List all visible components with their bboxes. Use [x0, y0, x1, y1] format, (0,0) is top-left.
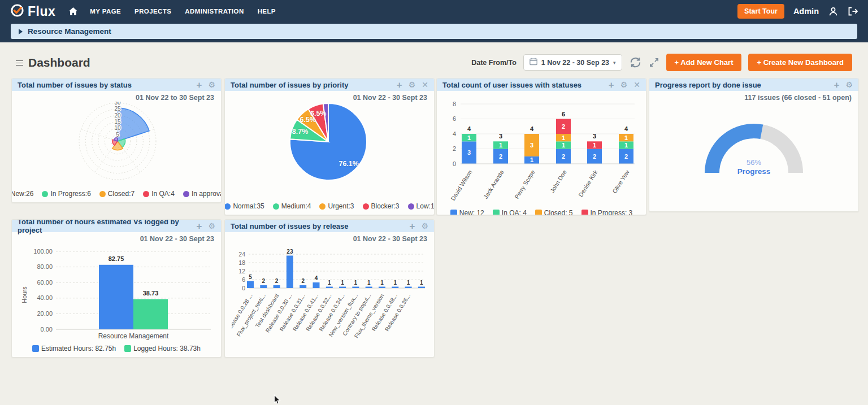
- chart-card: Total count of user issues with statuses…: [436, 78, 646, 215]
- svg-text:0.00: 0.00: [41, 326, 53, 333]
- legend-label: In Progress:6: [50, 190, 90, 198]
- legend-item[interactable]: Medium:4: [273, 202, 311, 210]
- dashboard-grid: Total number of issues by status+⚙01 Nov…: [0, 75, 868, 405]
- add-icon[interactable]: +: [197, 80, 202, 90]
- svg-text:4: 4: [624, 125, 628, 132]
- svg-text:2: 2: [262, 278, 266, 284]
- svg-text:60.00: 60.00: [37, 279, 53, 286]
- gear-icon[interactable]: ⚙: [208, 222, 215, 230]
- svg-text:1: 1: [530, 156, 533, 163]
- legend-item[interactable]: In QA: 4: [493, 209, 527, 215]
- svg-text:6: 6: [453, 115, 456, 122]
- gear-icon[interactable]: ⚙: [845, 81, 853, 89]
- add-icon[interactable]: +: [834, 80, 840, 90]
- polar-area-chart: 51015202530: [19, 102, 215, 182]
- legend-swatch: [493, 210, 500, 215]
- chart-legend: Estimated Hours: 82.75hLogged Hours: 38.…: [19, 343, 214, 355]
- legend-item[interactable]: In QA:4: [143, 190, 175, 198]
- card-body: 01 Nov 22 to 30 Sept 2351015202530New:26…: [12, 91, 221, 202]
- card-header: Total number of hours estimated Vs logge…: [12, 220, 221, 232]
- svg-text:5: 5: [249, 274, 252, 280]
- add-icon[interactable]: +: [410, 221, 415, 231]
- add-new-chart-button[interactable]: + Add New Chart: [666, 54, 742, 71]
- legend-item[interactable]: Closed:7: [99, 190, 134, 198]
- user-icon[interactable]: [828, 6, 839, 17]
- start-tour-button[interactable]: Start Tour: [737, 4, 784, 19]
- create-new-dashboard-button[interactable]: + Create New Dashboard: [748, 54, 852, 71]
- legend-item[interactable]: In Progress: 3: [581, 209, 633, 215]
- card-title: Progress report by done issue: [655, 81, 761, 89]
- svg-text:12: 12: [238, 268, 245, 275]
- chart-area: 76.1%8.7%6.5%6.5%: [232, 102, 427, 183]
- svg-text:40.00: 40.00: [37, 294, 53, 301]
- legend-item[interactable]: Logged Hours: 38.73h: [124, 345, 201, 352]
- flux-logo[interactable]: Flux: [10, 3, 55, 20]
- legend-swatch: [581, 210, 588, 215]
- card-header-icons: +⚙: [410, 221, 429, 231]
- card-body: 01 Nov 22 - 30 Sept 23061218245Release 0…: [225, 232, 434, 357]
- gear-icon[interactable]: ⚙: [409, 81, 416, 89]
- date-from-to-label: Date From/To: [471, 59, 517, 67]
- legend-item[interactable]: Normal:35: [224, 202, 264, 210]
- svg-text:1: 1: [624, 142, 628, 149]
- breadcrumb[interactable]: Resource Management: [11, 24, 857, 39]
- nav-item-my-page[interactable]: MY PAGE: [90, 8, 121, 15]
- legend-item[interactable]: Low:1: [408, 202, 435, 210]
- legend-item[interactable]: Closed: 5: [535, 209, 573, 215]
- pie-chart: 76.1%8.7%6.5%6.5%: [232, 102, 428, 183]
- svg-text:1: 1: [394, 280, 397, 286]
- legend-swatch: [42, 191, 48, 197]
- admin-label[interactable]: Admin: [793, 7, 819, 16]
- close-icon[interactable]: ✕: [633, 81, 640, 89]
- gear-icon[interactable]: ⚙: [620, 81, 628, 89]
- legend-label: New:26: [11, 190, 33, 198]
- fullscreen-icon[interactable]: [649, 57, 659, 68]
- svg-text:Resource Management: Resource Management: [98, 332, 169, 340]
- svg-text:1: 1: [562, 134, 565, 141]
- svg-text:3: 3: [530, 142, 533, 149]
- home-icon[interactable]: [69, 7, 77, 15]
- stacked-bar-chart: 02468314David Wilson213Jack Aranda134Per…: [444, 92, 640, 208]
- svg-text:100.00: 100.00: [33, 248, 53, 255]
- legend-item[interactable]: In Progress:6: [42, 190, 90, 198]
- legend-item[interactable]: New:26: [11, 190, 33, 198]
- top-header: Flux MY PAGEPROJECTSADMINISTRATIONHELP S…: [0, 0, 868, 42]
- gear-icon[interactable]: ⚙: [208, 81, 215, 89]
- chart-legend: Normal:35Medium:4Urgent:3Blocker:3Low:1: [232, 201, 427, 213]
- legend-item[interactable]: Estimated Hours: 82.75h: [32, 345, 116, 352]
- card-date-range: 01 Nov 22 - 30 Sept 23: [232, 235, 427, 243]
- card-header-icons: +⚙: [197, 221, 216, 231]
- nav-item-projects[interactable]: PROJECTS: [134, 8, 171, 15]
- svg-text:6.5%: 6.5%: [310, 110, 327, 117]
- date-range-value: 1 Nov 22 - 30 Sep 23: [541, 59, 609, 67]
- logout-icon[interactable]: [848, 7, 858, 16]
- gear-icon[interactable]: ⚙: [421, 222, 428, 230]
- legend-item[interactable]: Blocker:3: [363, 202, 400, 210]
- legend-swatch: [183, 191, 189, 197]
- svg-text:24: 24: [238, 251, 245, 258]
- svg-text:Olive Yew: Olive Yew: [611, 168, 631, 194]
- legend-label: Closed:7: [108, 190, 134, 198]
- date-range-picker[interactable]: 1 Nov 22 - 30 Sep 23 ▾: [523, 54, 622, 71]
- legend-item[interactable]: Urgent:3: [319, 202, 354, 210]
- chart-card: Progress report by done issue+⚙117 issue…: [649, 78, 859, 212]
- add-icon[interactable]: +: [397, 80, 402, 90]
- close-icon[interactable]: ✕: [422, 81, 428, 89]
- chart-area: 56%Progress: [656, 102, 852, 183]
- card-body: 01 Nov 22 - 30 Sept 2376.1%8.7%6.5%6.5%N…: [225, 91, 434, 215]
- refresh-icon[interactable]: [629, 56, 642, 69]
- svg-text:1: 1: [367, 280, 371, 286]
- legend-item[interactable]: New: 12: [450, 209, 484, 215]
- card-header: Total number of issues by priority+⚙✕: [225, 79, 434, 91]
- nav-item-administration[interactable]: ADMINISTRATION: [185, 8, 244, 15]
- legend-swatch: [143, 191, 149, 197]
- nav-item-help[interactable]: HELP: [258, 8, 276, 15]
- add-icon[interactable]: +: [197, 221, 202, 231]
- legend-item[interactable]: In approval:3: [183, 190, 222, 198]
- brand-name: Flux: [28, 4, 55, 19]
- add-icon[interactable]: +: [609, 80, 614, 90]
- svg-text:25: 25: [114, 106, 121, 112]
- svg-text:15: 15: [114, 119, 121, 125]
- dashboard-menu-icon[interactable]: [16, 59, 23, 66]
- chart-area: 02468314David Wilson213Jack Aranda134Per…: [444, 92, 639, 208]
